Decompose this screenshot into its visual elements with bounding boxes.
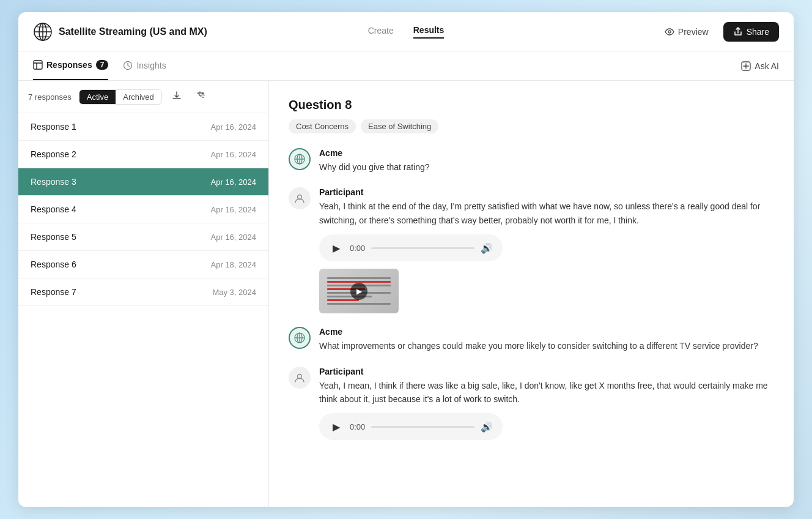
play-button[interactable]: ▶ [329, 419, 344, 434]
svg-point-6 [668, 31, 671, 33]
entry-body: Acme What improvements or changes could … [319, 327, 774, 353]
tab-insights[interactable]: Insights [123, 51, 166, 80]
response-date: Apr 18, 2024 [211, 260, 256, 269]
response-list: Response 1 Apr 16, 2024 Response 2 Apr 1… [18, 113, 268, 507]
response-date: Apr 16, 2024 [211, 233, 256, 242]
response-item[interactable]: Response 3 Apr 16, 2024 [18, 168, 268, 196]
entry-role: Participant [319, 367, 774, 376]
clock-icon [123, 61, 133, 70]
main-content: 7 responses Active Archived [18, 81, 794, 507]
tags: Cost ConcernsEase of Switching [289, 119, 774, 133]
sub-header: Responses 7 Insights Ask AI [18, 51, 794, 81]
response-item[interactable]: Response 6 Apr 18, 2024 [18, 251, 268, 278]
svg-rect-7 [34, 61, 42, 69]
conversation-entry: Participant Yeah, I mean, I think if the… [289, 367, 774, 441]
response-date: Apr 16, 2024 [211, 205, 256, 214]
response-item[interactable]: Response 4 Apr 16, 2024 [18, 196, 268, 223]
conversation-entry: Acme Why did you give that rating? [289, 148, 774, 174]
entry-text: What improvements or changes could make … [319, 339, 774, 353]
toggle-group: Active Archived [79, 89, 162, 105]
question-title: Question 8 [289, 98, 774, 112]
response-item[interactable]: Response 2 Apr 16, 2024 [18, 141, 268, 168]
avatar [289, 148, 311, 170]
tab-responses[interactable]: Responses 7 [33, 51, 108, 80]
sidebar: 7 responses Active Archived [18, 81, 269, 507]
entry-role: Participant [319, 187, 774, 197]
entry-text: Why did you give that rating? [319, 160, 774, 174]
video-thumbnail[interactable]: ▶ [319, 269, 399, 313]
responses-badge: 7 [96, 60, 109, 70]
ask-ai-button[interactable]: Ask AI [741, 61, 779, 71]
avatar [289, 367, 311, 389]
app-title: Satellite Streaming (US and MX) [59, 26, 207, 37]
response-name: Response 3 [31, 177, 76, 187]
archived-toggle[interactable]: Archived [116, 90, 161, 104]
response-date: Apr 16, 2024 [211, 122, 256, 132]
entry-role: Acme [319, 327, 774, 337]
eye-icon [665, 27, 674, 37]
entry-role: Acme [319, 148, 774, 158]
sidebar-toolbar: 7 responses Active Archived [18, 81, 268, 113]
header: Satellite Streaming (US and MX) Create R… [18, 12, 794, 51]
video-play-overlay: ▶ [350, 283, 367, 300]
volume-button[interactable]: 🔊 [481, 242, 493, 254]
header-nav: Create Results [368, 25, 445, 39]
audio-player: ▶ 0:00 🔊 [319, 234, 503, 261]
avatar [289, 187, 311, 209]
conversation-entry: Participant Yeah, I think at the end of … [289, 187, 774, 313]
preview-button[interactable]: Preview [657, 23, 716, 40]
ai-icon [741, 61, 751, 71]
play-button[interactable]: ▶ [329, 241, 344, 255]
responses-count-label: 7 responses [28, 92, 72, 102]
translate-icon [196, 91, 206, 100]
response-name: Response 6 [31, 260, 76, 269]
response-item[interactable]: Response 1 Apr 16, 2024 [18, 113, 268, 141]
active-toggle[interactable]: Active [79, 90, 116, 104]
tag: Cost Concerns [289, 119, 356, 133]
entry-text: Yeah, I think at the end of the day, I'm… [319, 200, 774, 227]
response-date: May 3, 2024 [212, 288, 256, 297]
download-icon [172, 91, 182, 100]
response-name: Response 5 [31, 232, 76, 242]
response-name: Response 4 [31, 204, 76, 214]
detail-panel: Question 8 Cost ConcernsEase of Switchin… [269, 81, 794, 507]
entry-body: Participant Yeah, I mean, I think if the… [319, 367, 774, 441]
share-icon [733, 27, 743, 37]
translate-button[interactable] [191, 88, 211, 105]
response-date: Apr 16, 2024 [211, 177, 256, 187]
progress-bar[interactable] [371, 426, 474, 428]
conversation: Acme Why did you give that rating? Parti… [289, 148, 774, 440]
response-item[interactable]: Response 7 May 3, 2024 [18, 278, 268, 306]
tag: Ease of Switching [361, 119, 438, 133]
response-name: Response 7 [31, 287, 76, 297]
download-button[interactable] [167, 88, 186, 105]
response-name: Response 1 [31, 122, 76, 132]
conversation-entry: Acme What improvements or changes could … [289, 327, 774, 353]
entry-body: Participant Yeah, I think at the end of … [319, 187, 774, 313]
time-label: 0:00 [350, 244, 365, 253]
response-name: Response 2 [31, 149, 76, 159]
nav-results[interactable]: Results [413, 25, 445, 39]
logo-icon [33, 22, 53, 42]
entry-body: Acme Why did you give that rating? [319, 148, 774, 174]
time-label: 0:00 [350, 422, 365, 431]
header-right: Preview Share [444, 22, 779, 42]
nav-create[interactable]: Create [368, 26, 394, 38]
volume-button[interactable]: 🔊 [481, 421, 493, 433]
audio-player: ▶ 0:00 🔊 [319, 413, 503, 440]
table-icon [33, 60, 43, 70]
response-item[interactable]: Response 5 Apr 16, 2024 [18, 223, 268, 251]
avatar [289, 327, 311, 349]
share-button[interactable]: Share [723, 22, 779, 42]
app-window: Satellite Streaming (US and MX) Create R… [18, 12, 794, 507]
progress-bar[interactable] [371, 247, 474, 249]
response-date: Apr 16, 2024 [211, 150, 256, 159]
header-left: Satellite Streaming (US and MX) [33, 22, 368, 42]
entry-text: Yeah, I mean, I think if there was like … [319, 379, 774, 406]
